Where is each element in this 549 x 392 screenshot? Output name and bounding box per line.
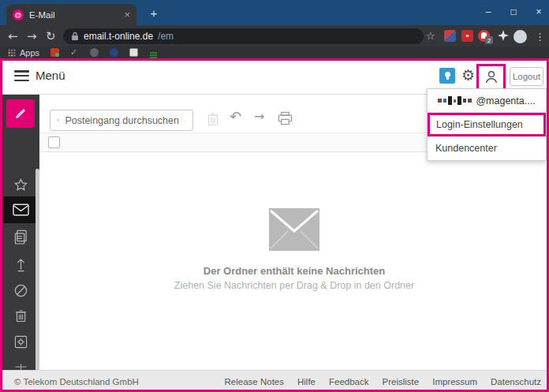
footer-link-preisliste[interactable]: Preisliste bbox=[383, 377, 420, 386]
annotation-box-account-icon bbox=[476, 64, 506, 91]
new-tab-button[interactable]: + bbox=[146, 5, 162, 21]
window-controls: – □ × bbox=[483, 0, 544, 24]
tab-title: E-Mail bbox=[29, 10, 118, 20]
sidebar-scrollbar[interactable] bbox=[35, 169, 39, 374]
window-maximize-icon[interactable]: □ bbox=[508, 6, 519, 17]
documents-icon bbox=[14, 230, 28, 245]
sidebar-item-inbox-active[interactable] bbox=[2, 196, 39, 223]
compose-button[interactable] bbox=[6, 99, 35, 128]
upload-arrow-icon bbox=[14, 257, 28, 272]
browser-menu-kebab-icon[interactable]: ⋮ bbox=[535, 26, 545, 47]
forward-icon[interactable]: → bbox=[27, 25, 37, 47]
account-person-icon[interactable] bbox=[484, 69, 499, 85]
sidebar-item-documents[interactable] bbox=[2, 230, 39, 245]
browser-tab-email[interactable]: @ E-Mail × bbox=[6, 4, 136, 25]
empty-folder-title: Der Ordner enthält keine Nachrichten bbox=[39, 265, 549, 277]
footer-link-feedback[interactable]: Feedback bbox=[329, 377, 369, 386]
dropdown-item-login-einstellungen[interactable]: Login-Einstellungen bbox=[428, 113, 546, 136]
extension-icon-1[interactable] bbox=[444, 30, 456, 42]
browser-titlebar: @ E-Mail × + – □ × bbox=[0, 0, 549, 25]
footer-link-datenschutz[interactable]: Datenschutz bbox=[491, 377, 541, 386]
extension-icon-3[interactable]: 2 bbox=[478, 30, 490, 42]
email-page: Menü ⚙ Logout bbox=[0, 58, 549, 392]
logout-button[interactable]: Logout bbox=[510, 67, 543, 86]
censored-username-blocks bbox=[438, 96, 472, 105]
search-icon bbox=[57, 114, 59, 126]
toolbar-print-icon[interactable] bbox=[278, 111, 293, 129]
search-inbox-button[interactable]: Posteingang durchsuchen bbox=[50, 110, 193, 131]
reload-icon[interactable]: ↻ bbox=[46, 25, 56, 47]
account-dropdown-menu: @magenta.... Login-Einstellungen Kundenc… bbox=[427, 88, 547, 161]
select-all-checkbox[interactable] bbox=[48, 136, 60, 148]
lock-icon bbox=[71, 32, 79, 41]
bookmark-favicon-dotted-globe[interactable] bbox=[110, 48, 118, 57]
footer-link-release-notes[interactable]: Release Notes bbox=[225, 377, 284, 386]
extension-icon-4[interactable] bbox=[498, 30, 509, 44]
sidebar-item-upload[interactable] bbox=[2, 257, 39, 272]
toolbar-trash-icon-disabled[interactable] bbox=[207, 112, 219, 129]
empty-folder-state: Der Ordner enthält keine Nachrichten Zie… bbox=[39, 208, 549, 291]
sidebar-item-trash[interactable] bbox=[2, 309, 39, 323]
empty-envelope-icon bbox=[269, 208, 319, 251]
url-path: /em bbox=[158, 31, 174, 42]
toolbar-move-icon[interactable]: → bbox=[254, 109, 264, 124]
dropdown-account-item[interactable]: @magenta.... bbox=[428, 89, 546, 113]
browser-profile-avatar[interactable] bbox=[514, 30, 527, 43]
bookmark-favicon-green-stack[interactable] bbox=[149, 48, 158, 57]
envelope-icon bbox=[13, 203, 29, 216]
apps-shortcut[interactable]: Apps bbox=[8, 48, 39, 58]
url-host: email.t-online.de bbox=[84, 31, 153, 42]
trash-icon bbox=[15, 309, 27, 323]
window-close-icon[interactable]: × bbox=[533, 6, 544, 17]
sidebar-item-folder-settings[interactable] bbox=[2, 335, 39, 349]
star-icon bbox=[13, 177, 28, 192]
bookmark-favicon-1[interactable] bbox=[50, 48, 59, 57]
bookmark-favicon-globe[interactable] bbox=[90, 48, 99, 57]
search-label: Posteingang durchsuchen bbox=[65, 115, 179, 126]
back-icon[interactable]: ← bbox=[8, 25, 18, 47]
window-minimize-icon[interactable]: – bbox=[483, 6, 494, 17]
hamburger-menu-icon[interactable] bbox=[14, 70, 29, 81]
account-email-text: @magenta.... bbox=[476, 95, 535, 106]
bookmark-favicon-check[interactable]: ✓ bbox=[70, 48, 79, 57]
sidebar-item-favorites[interactable] bbox=[2, 177, 39, 192]
bookmark-star-icon[interactable]: ☆ bbox=[426, 25, 435, 47]
extension-badge: 2 bbox=[485, 36, 493, 44]
folder-settings-icon bbox=[14, 335, 28, 349]
settings-gear-icon[interactable]: ⚙ bbox=[461, 66, 475, 84]
footer-links: Release Notes Hilfe Feedback Preisliste … bbox=[225, 377, 541, 386]
left-sidebar: › bbox=[2, 95, 39, 370]
menu-label[interactable]: Menü bbox=[35, 69, 65, 82]
extension-icon-2[interactable]: » bbox=[461, 30, 473, 42]
pencil-icon bbox=[13, 106, 28, 121]
toolbar-undo-icon[interactable]: ↶ bbox=[230, 108, 241, 125]
footer-link-impressum[interactable]: Impressum bbox=[432, 377, 477, 386]
sidebar-item-blocked[interactable] bbox=[2, 283, 39, 298]
lightbulb-icon[interactable] bbox=[439, 68, 455, 84]
block-icon bbox=[13, 283, 28, 298]
screenshot-root: @ E-Mail × + – □ × ← → ↻ email.t-online.… bbox=[0, 0, 549, 392]
footer-link-hilfe[interactable]: Hilfe bbox=[297, 377, 316, 386]
tab-favicon-at-icon: @ bbox=[13, 9, 24, 21]
apps-grid-icon bbox=[8, 49, 16, 57]
address-bar[interactable]: email.t-online.de/em bbox=[63, 28, 424, 44]
chevron-down-icon bbox=[185, 118, 186, 123]
footer-copyright: © Telekom Deutschland GmbH bbox=[14, 377, 139, 386]
page-footer: © Telekom Deutschland GmbH Release Notes… bbox=[0, 370, 549, 392]
apps-label: Apps bbox=[20, 48, 39, 58]
bookmarks-bar: Apps ✓ bbox=[0, 47, 549, 58]
tab-close-icon[interactable]: × bbox=[124, 9, 130, 21]
dropdown-item-kundencenter[interactable]: Kundencenter bbox=[428, 136, 546, 160]
empty-folder-subtitle: Ziehen Sie Nachrichten per Drag & Drop i… bbox=[39, 280, 549, 291]
bookmark-favicon-clipboard[interactable] bbox=[129, 48, 138, 57]
